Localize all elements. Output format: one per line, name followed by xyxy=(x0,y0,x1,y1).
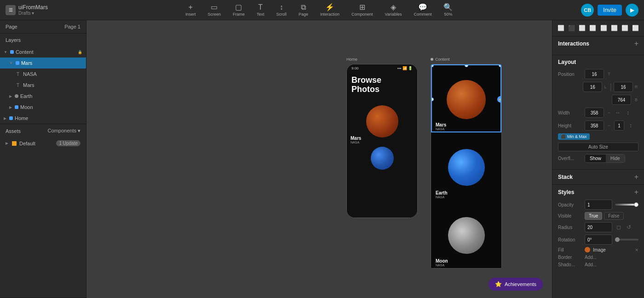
overflow-show-btn[interactable]: Show xyxy=(585,155,606,162)
assets-label: Assets xyxy=(6,128,21,134)
mars-card-info: Mars NASA xyxy=(351,136,361,144)
expand-arrow: ▶ xyxy=(9,105,12,109)
visible-false-btn[interactable]: False xyxy=(604,212,623,220)
radius-individual-btn[interactable]: ↺ xyxy=(625,224,632,231)
text-tool[interactable]: T Text xyxy=(251,2,270,18)
component-tool[interactable]: ⊞ Component xyxy=(346,2,379,18)
width-row: Width ↔ ↔ ↕ xyxy=(558,108,638,118)
page-tool[interactable]: ⧉ Page xyxy=(293,2,314,18)
height-num-input[interactable] xyxy=(614,120,624,131)
styles-section: Styles + Opacity Visible True False xyxy=(552,185,644,273)
interaction-tool[interactable]: ⚡ Interaction xyxy=(315,2,345,18)
page-header[interactable]: Page Page 1 xyxy=(0,20,86,33)
width-expand-btn[interactable]: ↕ xyxy=(624,109,632,116)
opacity-thumb xyxy=(634,202,638,207)
add-interaction-btn[interactable]: + xyxy=(634,40,638,47)
zoom-tool[interactable]: 🔍 50% xyxy=(438,2,458,18)
scroll-tool[interactable]: ↕ Scroll xyxy=(270,2,292,18)
phone-status-bar: 9:00 ▪▪▪ 📶 🔋 xyxy=(347,64,417,72)
position-z-input[interactable] xyxy=(612,95,631,105)
position-value-input[interactable] xyxy=(585,69,604,79)
invite-button[interactable]: Invite xyxy=(598,5,622,16)
layer-nasa[interactable]: T NASA xyxy=(0,69,86,80)
align-center-btn[interactable]: ⬛ xyxy=(567,23,576,33)
align-left-btn[interactable]: ⬜ xyxy=(556,23,566,33)
position-x-input[interactable] xyxy=(583,82,602,92)
fill-color-dot[interactable] xyxy=(585,247,590,252)
earth-content-card[interactable]: Earth NASA xyxy=(431,132,501,201)
interaction-handle[interactable]: ⚡ xyxy=(497,96,501,103)
achievements-button[interactable]: ⭐ Achievements xyxy=(489,278,543,291)
handle-mid-left xyxy=(431,97,434,101)
align-right-btn[interactable]: ⬜ xyxy=(577,23,587,33)
align-mid-btn[interactable]: ⬜ xyxy=(599,23,609,33)
dist-v-btn[interactable]: ⬜ xyxy=(631,23,640,33)
layer-dot-gray xyxy=(15,94,18,98)
layer-mars[interactable]: ▼ Mars xyxy=(0,57,86,69)
rotation-input[interactable] xyxy=(585,235,612,245)
user-avatar[interactable]: CB xyxy=(581,4,594,17)
height-label: Height xyxy=(558,123,582,128)
play-button[interactable]: ▶ xyxy=(626,4,638,17)
layer-mars-text[interactable]: T Mars xyxy=(0,80,86,91)
layer-content[interactable]: ▼ Content 🔒 xyxy=(0,46,86,57)
layer-dot-blue xyxy=(9,116,13,120)
width-label: Width xyxy=(558,110,582,115)
radius-input[interactable] xyxy=(585,222,612,232)
visible-true-btn[interactable]: True xyxy=(585,212,602,220)
mars-content-sub: NASA xyxy=(436,127,446,131)
variables-tool[interactable]: ◈ Variables xyxy=(380,2,408,18)
opacity-slider[interactable] xyxy=(615,204,638,206)
position-r-input[interactable] xyxy=(614,82,633,92)
auto-size-btn[interactable]: Auto Size xyxy=(558,143,638,151)
add-style-btn[interactable]: + xyxy=(634,189,638,196)
left-panel: Page Page 1 Layers ▼ Content 🔒 ▼ xyxy=(0,20,86,298)
home-phone-mockup: 9:00 ▪▪▪ 📶 🔋 Browse Photos Mars NASA xyxy=(346,64,418,218)
moon-content-card[interactable]: Moon NASA xyxy=(431,201,501,269)
width-constrain-btn[interactable]: ↔ xyxy=(614,109,621,116)
border-add-link[interactable]: Add... xyxy=(585,255,597,260)
position-row: Position T xyxy=(558,69,638,79)
width-input[interactable] xyxy=(585,108,604,118)
assets-header[interactable]: Assets Components ▾ xyxy=(0,124,86,138)
assets-default-row[interactable]: ▶ Default 1 Update xyxy=(0,138,86,149)
handle-top-mid xyxy=(465,64,468,67)
min-max-btn[interactable]: ⬛ Min & Max xyxy=(558,133,590,140)
app-subtitle[interactable]: Drafts ▾ xyxy=(18,11,48,16)
layer-dot-blue xyxy=(10,50,14,54)
align-top-btn[interactable]: ⬜ xyxy=(588,23,598,33)
layer-home[interactable]: ▶ Home xyxy=(0,113,86,124)
radius-corner-btn[interactable]: ◻ xyxy=(615,224,622,231)
overflow-hide-btn[interactable]: Hide xyxy=(606,155,625,162)
layer-moon[interactable]: ▶ Moon xyxy=(0,102,86,113)
align-bottom-btn[interactable]: ⬜ xyxy=(610,23,619,33)
app-logo[interactable]: ☰ uiFromMars Drafts ▾ xyxy=(6,4,48,16)
height-expand-btn[interactable]: ↕ xyxy=(627,122,634,129)
dist-h-btn[interactable]: ⬜ xyxy=(620,23,630,33)
screen-tool[interactable]: ▭ Screen xyxy=(202,2,226,18)
height-row: Height ↔ ↕ xyxy=(558,120,638,131)
earth-card-home[interactable] xyxy=(347,147,417,174)
insert-tool[interactable]: + Insert xyxy=(180,2,201,18)
rotation-slider[interactable] xyxy=(615,239,638,241)
layers-header[interactable]: Layers xyxy=(0,34,86,46)
overflow-toggle: Show Hide xyxy=(585,154,625,163)
opacity-input[interactable] xyxy=(585,200,612,210)
shadow-add-link[interactable]: Add... xyxy=(585,262,597,267)
layer-dot-blue xyxy=(16,61,19,65)
frame-tool[interactable]: ▢ Frame xyxy=(227,2,250,18)
height-input[interactable] xyxy=(585,120,604,131)
fill-remove-btn[interactable]: ✕ xyxy=(635,247,638,252)
mars-content-card[interactable]: Mars NASA ⚡ xyxy=(431,64,501,132)
mars-card-home[interactable]: Mars NASA xyxy=(347,96,417,147)
min-max-row: ⬛ Min & Max xyxy=(558,133,638,140)
assets-dropdown[interactable]: Components ▾ xyxy=(48,128,80,134)
frame-icon: ▢ xyxy=(235,4,242,11)
comment-tool[interactable]: 💬 Comment xyxy=(408,2,437,18)
canvas[interactable]: Home 9:00 ▪▪▪ 📶 🔋 Browse Photos xyxy=(86,20,552,298)
menu-icon[interactable]: ☰ xyxy=(6,5,16,15)
width-unit: ↔ xyxy=(607,110,611,115)
layer-earth[interactable]: ▶ Earth xyxy=(0,91,86,102)
add-stack-btn[interactable]: + xyxy=(634,173,638,181)
browse-title-line1: Browse xyxy=(351,76,413,85)
